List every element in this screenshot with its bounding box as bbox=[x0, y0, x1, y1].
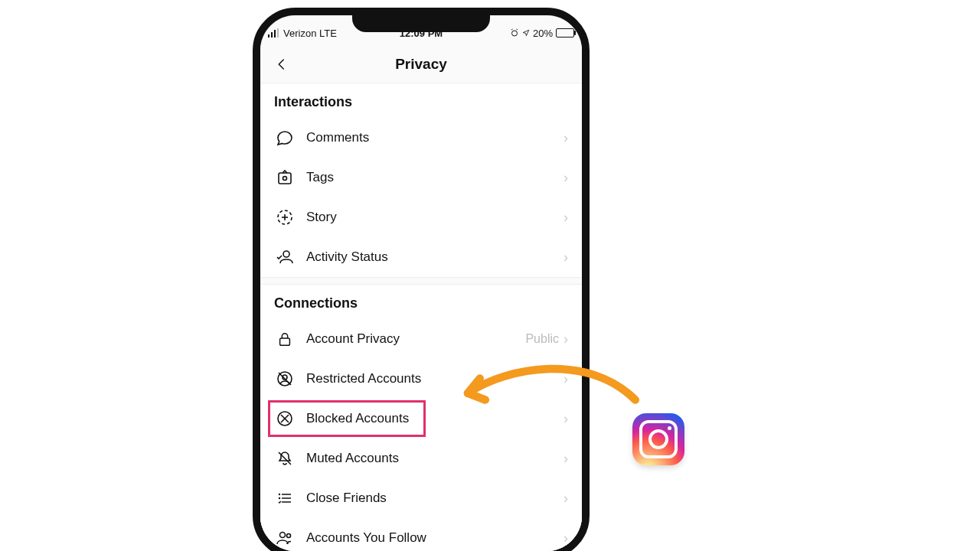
row-restricted-accounts[interactable]: Restricted Accounts › bbox=[260, 359, 582, 399]
svg-line-6 bbox=[516, 29, 518, 30]
battery-percent: 20% bbox=[533, 28, 553, 39]
svg-line-5 bbox=[511, 29, 513, 30]
svg-point-8 bbox=[283, 177, 287, 181]
svg-point-26 bbox=[280, 533, 286, 538]
back-button[interactable] bbox=[273, 55, 291, 73]
nav-header: Privacy bbox=[260, 46, 582, 83]
phone-frame: Verizon LTE 12:09 PM 20% Privacy bbox=[253, 8, 590, 551]
alarm-icon bbox=[510, 28, 519, 37]
chevron-right-icon: › bbox=[564, 249, 568, 266]
row-muted-accounts[interactable]: Muted Accounts › bbox=[260, 439, 582, 478]
svg-point-21 bbox=[279, 494, 280, 495]
chevron-right-icon: › bbox=[564, 411, 568, 427]
activity-status-icon bbox=[274, 248, 296, 266]
row-value: Public bbox=[525, 332, 559, 346]
blocked-icon bbox=[274, 409, 296, 428]
row-label: Tags bbox=[306, 170, 564, 185]
tag-icon bbox=[274, 168, 296, 187]
row-account-privacy[interactable]: Account Privacy Public › bbox=[260, 319, 582, 359]
row-accounts-you-follow[interactable]: Accounts You Follow › bbox=[260, 518, 582, 551]
chevron-right-icon: › bbox=[564, 491, 568, 507]
chevron-left-icon bbox=[275, 57, 289, 71]
settings-list: Interactions Comments › Tags › Stor bbox=[260, 83, 582, 551]
svg-point-23 bbox=[279, 497, 280, 499]
restricted-icon bbox=[274, 370, 296, 388]
svg-point-27 bbox=[287, 534, 291, 538]
row-label: Accounts You Follow bbox=[306, 530, 564, 546]
instagram-icon bbox=[639, 420, 678, 458]
phone-screen: Verizon LTE 12:09 PM 20% Privacy bbox=[260, 15, 582, 551]
svg-point-4 bbox=[511, 31, 517, 36]
chevron-right-icon: › bbox=[564, 210, 568, 226]
chevron-right-icon: › bbox=[564, 170, 568, 186]
chevron-right-icon: › bbox=[564, 451, 568, 467]
svg-rect-7 bbox=[279, 173, 291, 184]
phone-notch bbox=[352, 15, 490, 32]
comment-icon bbox=[274, 129, 296, 147]
row-close-friends[interactable]: Close Friends › bbox=[260, 478, 582, 518]
section-divider bbox=[260, 277, 582, 285]
chevron-right-icon: › bbox=[564, 371, 568, 387]
section-header-interactions: Interactions bbox=[260, 83, 582, 118]
row-label: Activity Status bbox=[306, 249, 564, 265]
svg-rect-13 bbox=[280, 338, 290, 345]
lock-icon bbox=[274, 330, 296, 348]
row-label: Comments bbox=[306, 130, 564, 145]
close-friends-icon bbox=[274, 489, 296, 507]
row-label: Close Friends bbox=[306, 491, 564, 506]
row-blocked-accounts[interactable]: Blocked Accounts › bbox=[260, 399, 582, 439]
story-icon bbox=[274, 208, 296, 227]
section-header-connections: Connections bbox=[260, 285, 582, 319]
accounts-follow-icon bbox=[274, 529, 296, 547]
chevron-right-icon: › bbox=[564, 331, 568, 347]
muted-icon bbox=[274, 449, 296, 468]
row-tags[interactable]: Tags › bbox=[260, 158, 582, 197]
location-icon bbox=[522, 29, 530, 37]
row-label: Muted Accounts bbox=[306, 451, 564, 466]
chevron-right-icon: › bbox=[564, 130, 568, 146]
chevron-right-icon: › bbox=[564, 530, 568, 546]
row-label: Account Privacy bbox=[306, 331, 525, 347]
row-activity-status[interactable]: Activity Status › bbox=[260, 237, 582, 277]
svg-point-12 bbox=[283, 251, 289, 257]
row-comments[interactable]: Comments › bbox=[260, 118, 582, 158]
instagram-logo bbox=[632, 413, 684, 465]
row-story[interactable]: Story › bbox=[260, 197, 582, 237]
page-title: Privacy bbox=[395, 56, 447, 73]
row-label: Story bbox=[306, 210, 564, 225]
row-label: Restricted Accounts bbox=[306, 371, 564, 386]
battery-icon bbox=[556, 28, 574, 37]
row-label: Blocked Accounts bbox=[306, 411, 564, 426]
